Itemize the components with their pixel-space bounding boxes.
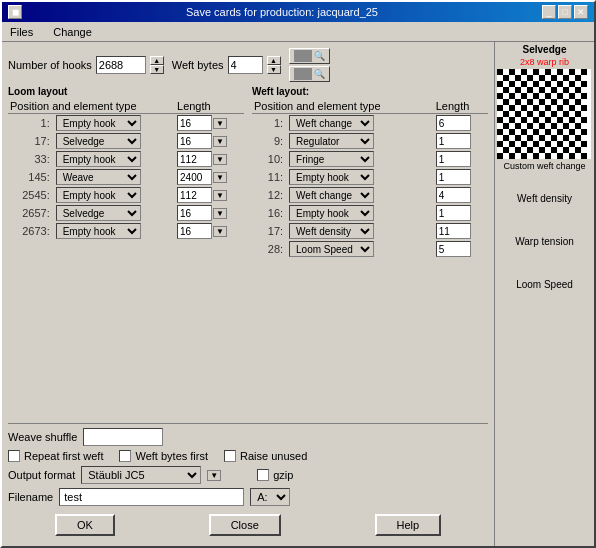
svg-rect-73 <box>551 123 557 129</box>
svg-rect-107 <box>509 153 515 159</box>
svg-rect-112 <box>569 153 575 159</box>
loom-row-type: Empty hook <box>54 186 175 204</box>
loom-row-pos: 17: <box>8 132 54 150</box>
loom-length-arrow[interactable]: ▼ <box>213 208 227 219</box>
pattern-preview <box>497 69 591 159</box>
weft-type-select[interactable]: Weft change <box>289 187 374 203</box>
raise-unused-checkbox[interactable] <box>224 450 236 462</box>
weft-type-select[interactable]: Empty hook <box>289 169 374 185</box>
weft-length-input[interactable] <box>436 205 471 221</box>
main-window: ◼ Save cards for production: jacquard_25… <box>0 0 596 548</box>
svg-rect-10 <box>515 75 521 81</box>
title-icon-btn[interactable]: ◼ <box>8 5 22 19</box>
svg-rect-50 <box>545 105 551 111</box>
loom-length-arrow[interactable]: ▼ <box>213 118 227 129</box>
hooks-input[interactable] <box>96 56 146 74</box>
svg-rect-14 <box>563 75 569 81</box>
minimize-button[interactable]: _ <box>542 5 556 19</box>
loom-type-select[interactable]: Selvedge <box>56 133 141 149</box>
weft-length-input[interactable] <box>436 241 471 257</box>
warp-tension-label: Warp tension <box>497 236 592 247</box>
weft-length-input[interactable] <box>436 169 471 185</box>
menu-files[interactable]: Files <box>6 25 37 39</box>
svg-rect-30 <box>575 87 581 93</box>
weft-bytes-spin-down[interactable]: ▼ <box>267 65 281 74</box>
gzip-check[interactable]: gzip <box>257 469 293 481</box>
loom-length-arrow[interactable]: ▼ <box>213 154 227 165</box>
svg-rect-108 <box>521 153 527 159</box>
weft-row-pos: 1: <box>252 114 287 133</box>
svg-rect-63 <box>521 117 527 123</box>
loom-length-input[interactable] <box>177 187 212 203</box>
loom-type-select[interactable]: Weave <box>56 169 141 185</box>
svg-rect-20 <box>545 81 551 87</box>
loom-length-arrow[interactable]: ▼ <box>213 190 227 201</box>
weft-type-select[interactable]: Empty hook <box>289 205 374 221</box>
svg-rect-90 <box>575 135 581 141</box>
weft-type-select[interactable]: Loom Speed <box>289 241 374 257</box>
weft-length-input[interactable] <box>436 187 471 203</box>
loom-length-input[interactable] <box>177 151 212 167</box>
output-format-arrow[interactable]: ▼ <box>207 470 221 481</box>
loom-length-arrow[interactable]: ▼ <box>213 172 227 183</box>
weft-bytes-first-checkbox[interactable] <box>119 450 131 462</box>
hooks-spinner: ▲ ▼ <box>150 56 164 74</box>
hooks-spin-down[interactable]: ▼ <box>150 65 164 74</box>
weft-type-select[interactable]: Weft density <box>289 223 374 239</box>
loom-length-input[interactable] <box>177 205 212 221</box>
loom-length-input[interactable] <box>177 115 212 131</box>
weft-bytes-spinner: ▲ ▼ <box>267 56 281 74</box>
svg-rect-53 <box>581 105 587 111</box>
weft-bytes-first-check[interactable]: Weft bytes first <box>119 450 208 462</box>
hooks-spin-up[interactable]: ▲ <box>150 56 164 65</box>
loom-type-select[interactable]: Empty hook <box>56 223 141 239</box>
loom-length-arrow[interactable]: ▼ <box>213 226 227 237</box>
window-title: Save cards for production: jacquard_25 <box>186 6 378 18</box>
scan-button-2[interactable]: 🔍 <box>289 66 330 82</box>
drive-select[interactable]: A: <box>250 488 290 506</box>
selvedge-label: Selvedge <box>497 44 592 55</box>
loom-type-select[interactable]: Selvedge <box>56 205 141 221</box>
close-button[interactable]: Close <box>209 514 281 536</box>
weft-bytes-input[interactable] <box>228 56 263 74</box>
filename-input[interactable] <box>59 488 244 506</box>
weft-length-input[interactable] <box>436 115 471 131</box>
weft-type-select[interactable]: Weft change <box>289 115 374 131</box>
loom-col-length: Length <box>175 99 244 114</box>
maximize-button[interactable]: □ <box>558 5 572 19</box>
loom-length-input[interactable] <box>177 223 212 239</box>
loom-table: Position and element type Length 1: Empt… <box>8 99 244 240</box>
repeat-first-weft-checkbox[interactable] <box>8 450 20 462</box>
scan-button-1[interactable]: 🔍 <box>289 48 330 64</box>
weft-type-select[interactable]: Fringe <box>289 151 374 167</box>
weft-bytes-spin-up[interactable]: ▲ <box>267 56 281 65</box>
loom-length-arrow[interactable]: ▼ <box>213 136 227 147</box>
scan-buttons-group: 🔍 🔍 <box>289 48 330 82</box>
svg-rect-106 <box>497 153 503 159</box>
loom-row-length: ▼ <box>175 132 244 150</box>
weft-length-input[interactable] <box>436 223 471 239</box>
close-button[interactable]: ✕ <box>574 5 588 19</box>
raise-unused-check[interactable]: Raise unused <box>224 450 307 462</box>
loom-title: Loom layout <box>8 86 244 97</box>
weft-length-input[interactable] <box>436 133 471 149</box>
svg-rect-76 <box>497 129 503 135</box>
loom-length-input[interactable] <box>177 133 212 149</box>
output-format-select[interactable]: Stäubli JC5 <box>81 466 201 484</box>
loom-type-select[interactable]: Empty hook <box>56 151 141 167</box>
svg-rect-9 <box>503 75 509 81</box>
loom-length-input[interactable] <box>177 169 212 185</box>
weft-length-input[interactable] <box>436 151 471 167</box>
gzip-checkbox[interactable] <box>257 469 269 481</box>
weft-type-select[interactable]: Regulator <box>289 133 374 149</box>
title-left-icons: ◼ <box>8 5 22 19</box>
help-button[interactable]: Help <box>375 514 442 536</box>
loom-type-select[interactable]: Empty hook <box>56 187 141 203</box>
output-format-label: Output format <box>8 469 75 481</box>
weave-shuffle-input[interactable] <box>83 428 163 446</box>
weft-row-length <box>434 204 488 222</box>
loom-type-select[interactable]: Empty hook <box>56 115 141 131</box>
repeat-first-weft-check[interactable]: Repeat first weft <box>8 450 103 462</box>
menu-change[interactable]: Change <box>49 25 96 39</box>
ok-button[interactable]: OK <box>55 514 115 536</box>
